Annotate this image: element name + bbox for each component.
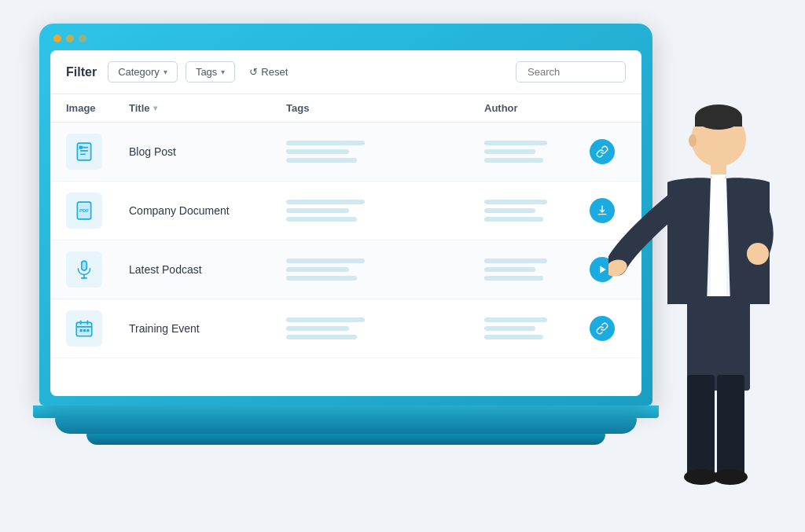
- svg-text:PDF: PDF: [79, 208, 89, 213]
- row-author: [484, 259, 579, 281]
- svg-rect-5: [79, 145, 83, 149]
- row-tags: [286, 317, 484, 339]
- table: Image Title ▾ Tags Author: [50, 94, 641, 358]
- row-tags: [286, 141, 484, 163]
- svg-rect-31: [687, 375, 715, 477]
- svg-point-36: [747, 243, 769, 265]
- blog-icon: [66, 134, 102, 170]
- filter-bar: Filter Category ▾ Tags ▾ ↺ Reset: [50, 50, 641, 94]
- tags-dropdown[interactable]: Tags ▾: [186, 61, 235, 83]
- row-title: Latest Podcast: [129, 263, 286, 276]
- svg-rect-19: [80, 329, 83, 332]
- row-image-cell: [66, 310, 129, 347]
- svg-marker-13: [600, 266, 605, 273]
- row-title: Blog Post: [129, 145, 286, 158]
- dot-yellow: [66, 35, 74, 42]
- category-label: Category: [118, 66, 160, 78]
- filter-label: Filter: [66, 65, 97, 79]
- dot-red: [53, 35, 61, 42]
- reset-label: Reset: [261, 66, 288, 78]
- window-dots: [50, 35, 641, 42]
- svg-rect-24: [695, 117, 742, 127]
- row-author: [484, 141, 579, 163]
- event-icon: [66, 310, 102, 347]
- svg-rect-14: [76, 322, 92, 336]
- svg-rect-20: [83, 329, 86, 332]
- table-row: PDF Company Document: [50, 182, 641, 240]
- tags-chevron-icon: ▾: [221, 68, 225, 76]
- row-tags: [286, 259, 484, 281]
- screen-content: Filter Category ▾ Tags ▾ ↺ Reset: [50, 50, 641, 396]
- laptop-base: [55, 418, 637, 434]
- col-title: Title ▾: [129, 102, 286, 114]
- table-header: Image Title ▾ Tags Author: [50, 94, 641, 123]
- search-input[interactable]: [516, 61, 626, 83]
- category-chevron-icon: ▾: [164, 68, 167, 76]
- category-dropdown[interactable]: Category ▾: [108, 61, 178, 83]
- row-image-cell: [66, 251, 129, 288]
- tags-label: Tags: [196, 66, 217, 78]
- table-row: Latest Podcast: [50, 240, 641, 299]
- row-author: [484, 200, 579, 222]
- laptop-hinge: [33, 405, 659, 418]
- business-person: [608, 92, 781, 485]
- col-tags: Tags: [286, 102, 484, 114]
- svg-rect-0: [77, 143, 90, 160]
- scene: Filter Category ▾ Tags ▾ ↺ Reset: [0, 0, 805, 532]
- svg-rect-21: [86, 329, 89, 332]
- svg-point-34: [713, 469, 748, 485]
- row-author: [484, 317, 579, 339]
- reset-icon: ↺: [249, 66, 258, 78]
- laptop-foot: [86, 434, 605, 445]
- dot-green: [79, 35, 86, 42]
- table-row: Training Event: [50, 299, 641, 358]
- svg-point-37: [689, 134, 697, 147]
- reset-button[interactable]: ↺ Reset: [243, 62, 294, 82]
- col-author: Author: [484, 102, 579, 114]
- row-title: Company Document: [129, 204, 286, 217]
- table-row: Blog Post: [50, 123, 641, 182]
- title-sort-icon[interactable]: ▾: [153, 104, 157, 112]
- svg-rect-32: [717, 375, 744, 477]
- row-title: Training Event: [129, 322, 286, 335]
- podcast-icon: [66, 251, 102, 288]
- svg-rect-29: [711, 178, 726, 304]
- col-image: Image: [66, 102, 129, 114]
- row-image-cell: [66, 134, 129, 170]
- row-tags: [286, 200, 484, 222]
- laptop-screen-outer: Filter Category ▾ Tags ▾ ↺ Reset: [39, 24, 652, 405]
- row-image-cell: PDF: [66, 193, 129, 229]
- laptop: Filter Category ▾ Tags ▾ ↺ Reset: [39, 24, 652, 445]
- pdf-icon: PDF: [66, 193, 102, 229]
